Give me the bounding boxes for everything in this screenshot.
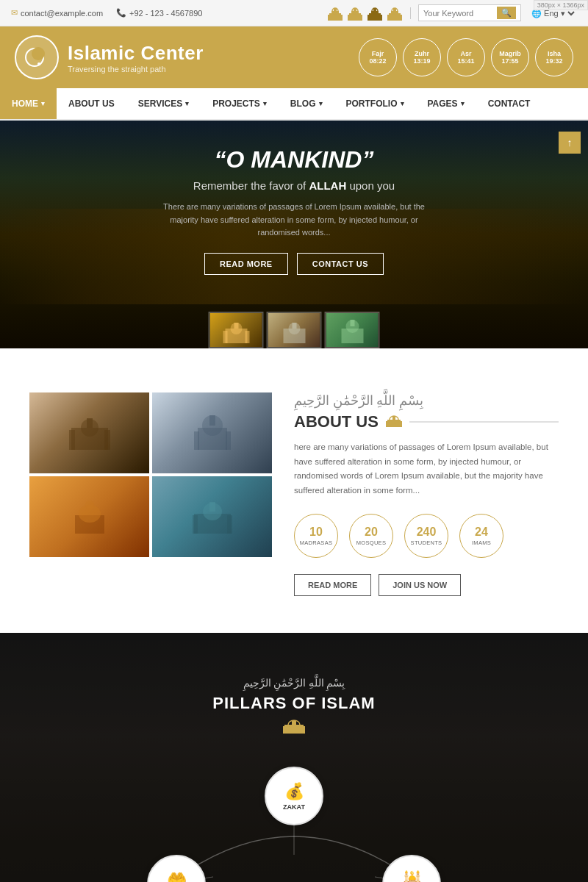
site-header: Islamic Center Traversing the straight p…	[0, 26, 588, 88]
thumb-mosque-3	[337, 318, 367, 343]
svg-rect-31	[245, 331, 249, 343]
stat-students: 240STUDENTS	[404, 514, 448, 558]
pillars-bismillah: بِسْمِ اللَّهِ الرَّحْمَٰنِ الرَّحِيمِ	[15, 677, 573, 689]
svg-rect-60	[399, 421, 402, 427]
nav-item-about-us[interactable]: ABOUT US	[57, 88, 126, 119]
svg-point-25	[32, 47, 45, 60]
dropdown-arrow-icon: ▾	[41, 100, 45, 107]
pillars-section: بِسْمِ اللَّهِ الرَّحْمَٰنِ الرَّحِيمِ P…	[0, 633, 588, 882]
dome-silhouette-1	[68, 493, 112, 534]
prayer-time-zuhr: Zuhr13:19	[403, 38, 441, 76]
mosque-icon-1	[327, 6, 343, 21]
about-title-divider	[409, 421, 559, 423]
about-image-2	[152, 392, 272, 473]
resolution-badge: 380px × 1366px	[534, 0, 588, 10]
hero-quote: “O MANKIND”	[162, 146, 426, 173]
svg-rect-47	[226, 431, 231, 450]
email-contact[interactable]: ✉ contact@example.com	[11, 8, 103, 18]
nav-item-services[interactable]: SERVICES▾	[126, 88, 201, 119]
svg-rect-34	[292, 323, 296, 329]
svg-rect-53	[209, 502, 215, 512]
prayer-time-isha: Isha19:32	[535, 38, 573, 76]
top-bar: ✉ contact@example.com 📞 +92 - 123 - 4567…	[0, 0, 588, 26]
pillars-diagram: 💰 ZAKAT 🤲 SALAH 🕌 HAJJ 🕌 ISLAMIC PILLARS	[110, 759, 478, 882]
search-box[interactable]: 🔍	[418, 4, 521, 21]
zakat-label: ZAKAT	[283, 803, 305, 811]
mosque-silhouette-2	[190, 409, 234, 450]
svg-rect-59	[386, 421, 389, 427]
about-content: بِسْمِ اللَّهِ الرَّحْمَٰنِ الرَّحِيمِ A…	[294, 392, 559, 596]
about-buttons: READ MORE JOIN US NOW	[294, 574, 559, 596]
mosque-silhouette-1	[68, 409, 112, 450]
svg-rect-17	[379, 15, 382, 21]
crescent-icon	[23, 43, 51, 71]
svg-rect-46	[194, 431, 199, 450]
salah-icon: 🤲	[167, 870, 187, 882]
search-input[interactable]	[423, 9, 497, 18]
dropdown-arrow-icon: ▾	[185, 100, 189, 107]
svg-rect-58	[392, 416, 395, 420]
search-button[interactable]: 🔍	[497, 7, 516, 19]
svg-rect-21	[393, 8, 396, 11]
svg-rect-11	[359, 15, 362, 21]
logo-text: Islamic Center Traversing the straight p…	[68, 42, 204, 74]
about-image-4	[152, 476, 272, 557]
hero-thumbnails	[209, 312, 380, 348]
about-bismillah: بِسْمِ اللَّهِ الرَّحْمَٰنِ الرَّحِيمِ	[294, 392, 559, 409]
prayer-time-magrib: Magrib17:55	[491, 38, 529, 76]
nav-item-projects[interactable]: PROJECTS▾	[201, 88, 279, 119]
nav-item-portfolio[interactable]: PORTFOLIO▾	[334, 88, 416, 119]
nav-item-blog[interactable]: BLOG▾	[279, 88, 334, 119]
thumbnail-3[interactable]	[325, 312, 380, 348]
main-nav: HOME▾ABOUT USSERVICES▾PROJECTS▾BLOG▾PORT…	[0, 88, 588, 121]
pillar-zakat[interactable]: 💰 ZAKAT	[265, 767, 323, 825]
svg-rect-5	[340, 15, 343, 21]
svg-rect-45	[209, 415, 215, 426]
thumb-mosque-2	[279, 318, 309, 343]
hero-buttons: READ MORE CONTACT US	[162, 253, 426, 275]
thumbnail-1[interactable]	[209, 312, 264, 348]
pillars-icon	[15, 717, 573, 737]
hero-content: “O MANKIND” Remember the favor of ALLAH …	[118, 146, 470, 275]
nav-item-pages[interactable]: PAGES▾	[416, 88, 476, 119]
about-image-3	[29, 476, 149, 557]
divider	[410, 7, 411, 19]
pillars-content: بِسْمِ اللَّهِ الرَّحْمَٰنِ الرَّحِيمِ P…	[15, 677, 573, 882]
svg-rect-42	[104, 430, 110, 450]
svg-rect-41	[69, 430, 75, 450]
nav-item-contact[interactable]: CONTACT	[476, 88, 542, 119]
svg-rect-65	[301, 726, 305, 734]
pillars-title: PILLARS OF ISLAM	[15, 694, 573, 713]
hajj-icon: 🕌	[402, 870, 422, 882]
hero-subtitle: Remember the favor of ALLAH upon you	[162, 179, 426, 192]
svg-rect-40	[87, 418, 93, 428]
phone-contact[interactable]: 📞 +92 - 123 - 4567890	[116, 8, 202, 18]
logo-circle	[15, 35, 59, 79]
svg-rect-37	[350, 320, 354, 326]
svg-point-50	[85, 501, 94, 509]
svg-rect-23	[399, 15, 402, 21]
nav-item-home[interactable]: HOME▾	[0, 88, 57, 119]
about-read-more-button[interactable]: READ MORE	[294, 574, 371, 596]
dropdown-arrow-icon: ▾	[401, 100, 404, 107]
svg-rect-9	[354, 8, 356, 11]
dropdown-arrow-icon: ▾	[319, 100, 323, 107]
svg-rect-15	[373, 8, 376, 11]
join-us-button[interactable]: JOIN US NOW	[379, 574, 461, 596]
mosque-icon-4	[387, 6, 403, 21]
contact-us-button[interactable]: CONTACT US	[297, 253, 384, 275]
scroll-up-button[interactable]: ↑	[559, 132, 581, 154]
svg-rect-16	[368, 15, 370, 21]
logo-area[interactable]: Islamic Center Traversing the straight p…	[15, 35, 204, 79]
svg-rect-29	[234, 323, 238, 329]
dropdown-arrow-icon: ▾	[461, 100, 465, 107]
read-more-button[interactable]: READ MORE	[204, 253, 288, 275]
stat-mosques: 20MOSQUES	[349, 514, 393, 558]
phone-icon: 📞	[116, 8, 126, 18]
zakat-icon: 💰	[284, 782, 304, 801]
about-title: ABOUT US	[294, 412, 559, 431]
prayer-times: Fajr08:22Zuhr13:19Asr15:41Magrib17:55Ish…	[359, 38, 573, 76]
mosque-icon-3	[367, 6, 383, 21]
thumbnail-2[interactable]	[267, 312, 322, 348]
svg-rect-64	[283, 726, 287, 734]
